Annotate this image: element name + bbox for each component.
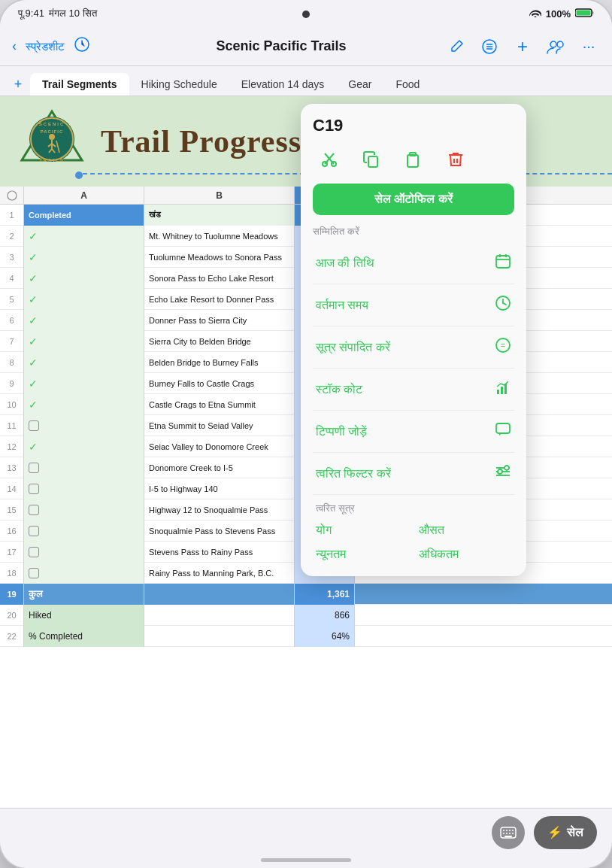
- paste-icon[interactable]: [400, 146, 427, 173]
- cell-8a[interactable]: ✓: [24, 352, 144, 373]
- collaborate-icon[interactable]: [544, 35, 567, 58]
- checkbox-icon[interactable]: [29, 505, 39, 515]
- history-icon[interactable]: [74, 36, 90, 56]
- cell-19b[interactable]: [144, 584, 295, 605]
- autofill-button[interactable]: सेल ऑटोफिल करें: [313, 184, 514, 215]
- cell-19c[interactable]: 1,361: [295, 584, 355, 605]
- cell-9a[interactable]: ✓: [24, 373, 144, 394]
- trail-dot: [75, 171, 83, 179]
- cell-7a[interactable]: ✓: [24, 331, 144, 352]
- cell-18a[interactable]: [24, 563, 144, 584]
- cell-22c[interactable]: 64%: [295, 626, 355, 647]
- cell-7b[interactable]: Sierra City to Belden Bridge: [144, 331, 295, 352]
- cell-6a[interactable]: ✓: [24, 310, 144, 331]
- cell-20a[interactable]: Hiked: [24, 605, 144, 626]
- row-num-22: 22: [0, 626, 24, 647]
- checkbox-icon[interactable]: [29, 484, 39, 494]
- cell-15a[interactable]: [24, 499, 144, 520]
- cell-3b[interactable]: Tuolumne Meadows to Sonora Pass: [144, 247, 295, 268]
- cell-12a[interactable]: ✓: [24, 436, 144, 457]
- svg-text:=: =: [501, 341, 505, 350]
- back-label[interactable]: स्प्रेडशीट: [26, 40, 65, 53]
- popup-item-formula[interactable]: सूत्र संपादित करें =: [313, 329, 514, 365]
- cell-19a[interactable]: कुल: [24, 584, 144, 605]
- cell-13b[interactable]: Donomore Creek to I-5: [144, 457, 295, 478]
- cell-13a[interactable]: [24, 457, 144, 478]
- cell-17b[interactable]: Stevens Pass to Rainy Pass: [144, 542, 295, 563]
- popup-item-date[interactable]: आज की तिथि: [313, 245, 514, 281]
- row-num-2: 2: [0, 226, 24, 247]
- cell-12b[interactable]: Seiac Valley to Donomore Creek: [144, 436, 295, 457]
- cell-15b[interactable]: Highway 12 to Snoqualmie Pass: [144, 499, 295, 520]
- checkmark-icon: ✓: [29, 272, 38, 284]
- cell-4b[interactable]: Sonora Pass to Echo Lake Resort: [144, 268, 295, 289]
- quick-formula-min[interactable]: न्यूनतम: [313, 545, 411, 564]
- row-num-17: 17: [0, 542, 24, 563]
- cell-22a[interactable]: % Completed: [24, 626, 144, 647]
- cell-5a[interactable]: ✓: [24, 289, 144, 310]
- cell-20c[interactable]: 866: [295, 605, 355, 626]
- cell-1a[interactable]: Completed: [24, 205, 144, 226]
- cell-2b[interactable]: Mt. Whitney to Tuolumne Meadows: [144, 226, 295, 247]
- cell-9b[interactable]: Burney Falls to Castle Crags: [144, 373, 295, 394]
- tab-trail-segments[interactable]: Trail Segments: [30, 73, 129, 96]
- col-a-header[interactable]: A: [24, 187, 144, 204]
- delete-icon[interactable]: [442, 146, 469, 173]
- cell-8b[interactable]: Belden Bridge to Burney Falls: [144, 352, 295, 373]
- svg-line-37: [503, 303, 506, 305]
- cell-3a[interactable]: ✓: [24, 247, 144, 268]
- checkbox-icon[interactable]: [29, 526, 39, 536]
- cell-button[interactable]: ⚡ सेल: [534, 816, 597, 849]
- cell-11b[interactable]: Etna Summit to Seiad Valley: [144, 415, 295, 436]
- tab-elevation-14-days[interactable]: Elevation 14 days: [229, 73, 337, 96]
- cell-14b[interactable]: I-5 to Highway 140: [144, 478, 295, 499]
- quick-formula-label: त्वरित सूत्र: [316, 502, 511, 514]
- add-sheet-button[interactable]: +: [6, 73, 30, 96]
- popup-item-filter[interactable]: त्वरित फिल्टर करें: [313, 456, 514, 491]
- cell-1b[interactable]: खंड: [144, 205, 295, 226]
- tab-gear[interactable]: Gear: [336, 73, 383, 96]
- cell-16a[interactable]: [24, 520, 144, 542]
- tab-hiking-schedule[interactable]: Hiking Schedule: [129, 73, 229, 96]
- cell-20b[interactable]: [144, 605, 295, 626]
- cell-2a[interactable]: ✓: [24, 226, 144, 247]
- cell-10a[interactable]: ✓: [24, 394, 144, 415]
- copy-icon[interactable]: [358, 146, 385, 173]
- tab-food[interactable]: Food: [383, 73, 432, 96]
- row-num-5: 5: [0, 289, 24, 310]
- quick-formula-max[interactable]: अधिकतम: [416, 545, 514, 564]
- popup-cell-ref: C19: [313, 116, 514, 135]
- checkbox-icon[interactable]: [29, 568, 39, 578]
- pencil-icon[interactable]: [445, 35, 468, 58]
- popup-item-comment[interactable]: टिप्पणी जोड़ें: [313, 414, 514, 449]
- svg-text:PACIFIC: PACIFIC: [41, 129, 64, 134]
- cell-16b[interactable]: Snoqualmie Pass to Stevens Pass: [144, 520, 295, 542]
- col-b-header[interactable]: B: [144, 187, 295, 204]
- list-icon[interactable]: [478, 35, 501, 58]
- cell-10b[interactable]: Castle Crags to Etna Summit: [144, 394, 295, 415]
- freeze-toggle[interactable]: [0, 187, 24, 205]
- cut-icon[interactable]: [316, 146, 343, 173]
- checkbox-icon[interactable]: [29, 463, 39, 473]
- popup-item-stock[interactable]: स्टॉक कोट: [313, 372, 514, 407]
- add-icon[interactable]: +: [511, 35, 534, 58]
- keyboard-button[interactable]: [492, 816, 525, 849]
- cell-18b[interactable]: Rainy Pass to Manning Park, B.C.: [144, 563, 295, 584]
- cell-4a[interactable]: ✓: [24, 268, 144, 289]
- more-icon[interactable]: ···: [577, 35, 600, 58]
- checkbox-icon[interactable]: [29, 420, 39, 431]
- cell-22b[interactable]: [144, 626, 295, 647]
- quick-formula-avg[interactable]: औसत: [416, 520, 514, 540]
- cell-6b[interactable]: Donner Pass to Sierra City: [144, 310, 295, 331]
- cell-5b[interactable]: Echo Lake Resort to Donner Pass: [144, 289, 295, 310]
- popup-item-time[interactable]: वर्तमान समय: [313, 287, 514, 323]
- back-icon[interactable]: ‹: [12, 38, 17, 54]
- quick-formula-sum[interactable]: योग: [313, 520, 411, 540]
- cell-17a[interactable]: [24, 542, 144, 563]
- cell-14a[interactable]: [24, 478, 144, 499]
- cell-11a[interactable]: [24, 415, 144, 436]
- row-num-7: 7: [0, 331, 24, 352]
- row-num-4: 4: [0, 268, 24, 289]
- checkbox-icon[interactable]: [29, 547, 39, 557]
- home-indicator: [261, 858, 351, 862]
